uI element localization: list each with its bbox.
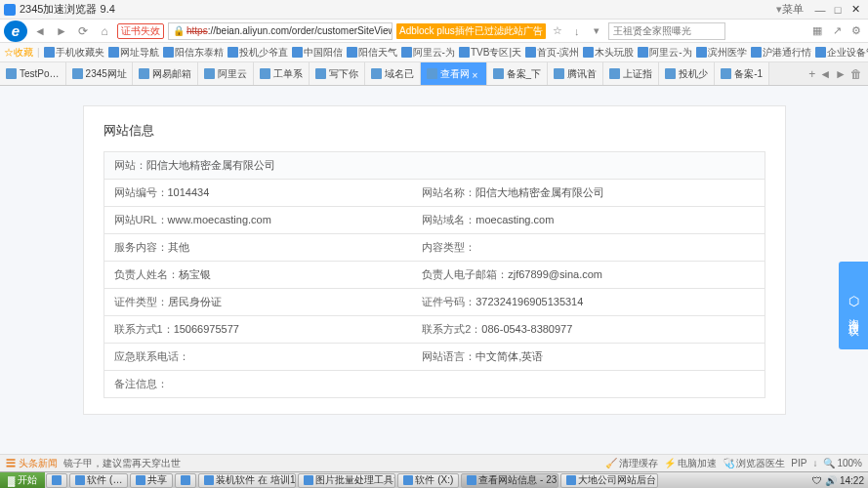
download-icon[interactable]: ↓ <box>569 23 585 39</box>
scroll-right-button[interactable]: ► <box>835 67 847 81</box>
bookmark-item[interactable]: 手机收藏夹 <box>44 46 104 60</box>
taskbar-item[interactable]: 软件 (… <box>69 473 128 488</box>
table-row: 联系方式1：15066975577联系方式2：086-0543-8380977 <box>103 316 765 344</box>
clean-cache-button[interactable]: 🧹清理缓存 <box>605 457 658 470</box>
bookmark-icon <box>108 47 119 58</box>
star-icon[interactable]: ☆ <box>550 23 565 39</box>
bookmark-item[interactable]: 投机少爷直 <box>227 46 288 60</box>
taskbar-item[interactable]: 图片批量处理工具v7.0 … <box>298 473 395 488</box>
task-icon <box>52 475 62 485</box>
tab[interactable]: 投机少 <box>659 62 715 85</box>
download-indicator[interactable]: ↓ <box>812 458 817 468</box>
taskbar-item[interactable]: 装机软件 在 培训1 上 <box>198 473 296 488</box>
news-ticker[interactable]: 镜子甲，建议需再天穿出世 <box>63 457 181 470</box>
bookmark-item[interactable]: TVB专区|天 <box>459 46 521 60</box>
news-button[interactable]: ☰ 头条新闻 <box>6 457 58 470</box>
back-button[interactable]: ◄ <box>31 22 49 40</box>
grid-icon[interactable]: ▦ <box>809 23 825 39</box>
zoom-indicator[interactable]: 🔍100% <box>823 458 862 468</box>
tab-icon <box>609 68 620 79</box>
bookmark-icon <box>227 47 238 58</box>
new-tab-button[interactable]: + <box>808 67 815 81</box>
taskbar-item[interactable]: 软件 (X:) <box>397 473 459 488</box>
tab[interactable]: 备案-1 <box>715 62 769 85</box>
tab-icon <box>427 68 437 79</box>
cert-error-badge[interactable]: 证书失效 <box>117 23 164 39</box>
clock[interactable]: 14:22 <box>840 475 864 486</box>
address-bar: ◄ ► ⟳ ⌂ 证书失效 🔒 https://beian.aliyun.com/… <box>0 20 868 43</box>
scroll-left-button[interactable]: ◄ <box>819 67 831 81</box>
bookmark-item[interactable]: 阳信天气 <box>347 46 397 60</box>
settings-icon[interactable]: ⚙ <box>848 23 864 39</box>
reload-button[interactable]: ⟳ <box>74 22 92 40</box>
bookmark-item[interactable]: 木头玩股 <box>583 46 634 60</box>
tab-icon <box>721 68 731 79</box>
tab-icon <box>315 68 326 79</box>
bookmark-item[interactable]: 阳信东泰精 <box>163 46 224 60</box>
tab[interactable]: 腾讯首 <box>548 62 603 85</box>
bookmark-item[interactable]: 首页-滨州 <box>525 46 579 60</box>
home-button[interactable]: ⌂ <box>96 22 113 40</box>
windows-icon: ▓ <box>8 475 15 486</box>
bookmark-item[interactable]: 阿里云-为 <box>401 46 455 60</box>
browser-logo[interactable] <box>4 20 27 42</box>
taskbar-item-active[interactable]: 查看网站信息 - 23… <box>461 473 558 488</box>
forward-button[interactable]: ► <box>53 22 70 40</box>
tab[interactable]: 网易邮箱 <box>133 62 198 85</box>
tab-active[interactable]: 查看网× <box>421 62 487 85</box>
tray-icon[interactable]: 🛡 <box>812 475 822 486</box>
bookmark-item[interactable]: 沪港通行情 <box>751 46 811 60</box>
tab[interactable]: 工单系 <box>254 62 310 85</box>
taskbar-item[interactable]: 共享 <box>130 473 173 488</box>
taskbar-item[interactable] <box>175 473 196 488</box>
task-icon <box>467 475 476 485</box>
info-table: 网站：阳信大地精密金属有限公司 网站编号：1014434网站名称：阳信大地精密金… <box>103 151 765 398</box>
task-icon <box>181 475 190 485</box>
bookmark-item[interactable]: 网址导航 <box>108 46 159 60</box>
adblock-badge[interactable]: Adblock plus插件已过滤此站广告 <box>396 23 546 39</box>
bookmark-icon <box>347 47 357 58</box>
tab[interactable]: 上证指 <box>603 62 659 85</box>
start-button[interactable]: ▓开始 <box>0 472 45 488</box>
bookmark-item[interactable]: 企业设备管 <box>815 46 868 60</box>
url-input[interactable]: 🔒 https://beian.aliyun.com/order/custome… <box>168 22 393 40</box>
tab[interactable]: 写下你 <box>310 62 365 85</box>
speedup-button[interactable]: ⚡电脑加速 <box>664 457 717 470</box>
tab-close-icon[interactable]: × <box>473 70 480 78</box>
task-icon <box>204 475 214 485</box>
close-button[interactable]: ✕ <box>847 2 864 18</box>
window-titlebar: 2345加速浏览器 9.4 ▾ 菜单 — □ ✕ <box>0 0 868 20</box>
bookmark-icon <box>583 47 594 58</box>
expand-icon[interactable]: ↗ <box>829 23 845 39</box>
pip-button[interactable]: PIP <box>791 458 806 468</box>
info-panel: 网站信息 网站：阳信大地精密金属有限公司 网站编号：1014434网站名称：阳信… <box>83 105 786 415</box>
bookmark-item[interactable]: 滨州医学 <box>696 46 747 60</box>
feedback-widget[interactable]: ⬡ 咨询建议 <box>839 262 868 349</box>
bookmark-item[interactable]: 中国阳信 <box>292 46 343 60</box>
search-input[interactable] <box>608 22 725 40</box>
taskbar-item[interactable] <box>46 473 67 488</box>
app-icon <box>4 4 16 16</box>
bookmark-icon <box>638 47 648 58</box>
tab[interactable]: 域名已 <box>365 62 421 85</box>
taskbar-item[interactable]: 大地公司网站后台… <box>560 473 658 488</box>
menu-button[interactable]: 菜单 <box>782 2 804 17</box>
favorites-button[interactable]: ☆收藏 <box>4 46 33 60</box>
tab[interactable]: 2345网址 <box>66 62 133 85</box>
doctor-button[interactable]: 🩺浏览器医生 <box>723 457 785 470</box>
bookmark-item[interactable]: 阿里云-为 <box>638 46 691 60</box>
tray-icon[interactable]: 🔊 <box>825 475 837 486</box>
tab-trash-button[interactable]: 🗑 <box>850 67 862 81</box>
tab[interactable]: 备案_下 <box>487 62 549 85</box>
table-row: 网站URL：www.moecasting.com网站域名：moecasting.… <box>103 207 765 234</box>
page-content: 网站信息 网站：阳信大地精密金属有限公司 网站编号：1014434网站名称：阳信… <box>0 86 868 454</box>
dropdown-icon[interactable]: ▾ <box>589 23 604 39</box>
divider: | <box>37 47 40 58</box>
system-tray[interactable]: 🛡 🔊 14:22 <box>808 475 868 486</box>
tab[interactable]: TestPo… <box>0 62 66 85</box>
lock-icon: 🔒 <box>173 25 185 36</box>
maximize-button[interactable]: □ <box>829 2 847 18</box>
tab[interactable]: 阿里云 <box>198 62 254 85</box>
minimize-button[interactable]: — <box>811 2 829 18</box>
site-row: 网站：阳信大地精密金属有限公司 <box>103 152 765 180</box>
